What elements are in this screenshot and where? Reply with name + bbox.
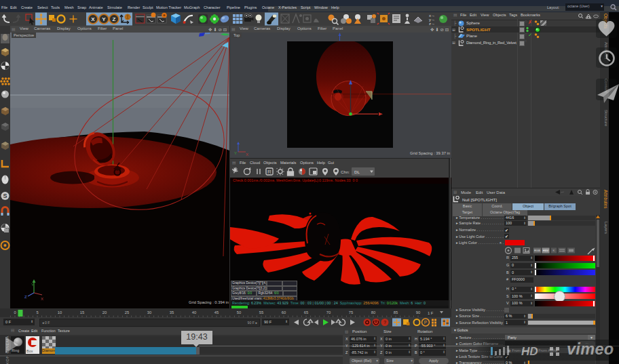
svg-text:5: 5 bbox=[36, 310, 38, 315]
svg-text:Chn:: Chn: bbox=[341, 169, 350, 174]
svg-text:R: R bbox=[267, 169, 271, 175]
svg-text:K: K bbox=[553, 249, 555, 252]
svg-text:75: 75 bbox=[349, 310, 353, 315]
svg-text:1 F: 1 F bbox=[428, 311, 434, 315]
svg-text:Grid Spacing : 39.37 in: Grid Spacing : 39.37 in bbox=[410, 151, 450, 155]
svg-text:HSV: HSV bbox=[543, 249, 549, 252]
svg-text:X: X bbox=[91, 16, 95, 22]
svg-text:DL: DL bbox=[354, 169, 360, 174]
svg-text:X: X bbox=[246, 153, 248, 157]
svg-text:X: X bbox=[41, 297, 43, 301]
svg-text:25: 25 bbox=[125, 310, 129, 315]
svg-text:35: 35 bbox=[170, 310, 174, 315]
svg-text:S: S bbox=[3, 193, 7, 199]
svg-text:Y: Y bbox=[234, 151, 237, 155]
svg-text:0: 0 bbox=[14, 310, 16, 315]
svg-text:55: 55 bbox=[259, 310, 263, 315]
svg-text:?: ? bbox=[383, 320, 386, 325]
svg-text:15: 15 bbox=[80, 310, 84, 315]
svg-text:Y: Y bbox=[31, 283, 34, 287]
svg-text:60: 60 bbox=[282, 310, 286, 315]
svg-text:30: 30 bbox=[147, 310, 151, 315]
svg-text:70: 70 bbox=[326, 310, 331, 315]
svg-text:90: 90 bbox=[416, 310, 420, 315]
svg-text:65: 65 bbox=[304, 310, 308, 315]
svg-text:85: 85 bbox=[394, 310, 398, 315]
svg-text:50: 50 bbox=[237, 310, 241, 315]
svg-text:40: 40 bbox=[192, 310, 196, 315]
svg-text:Z: Z bbox=[24, 295, 27, 299]
svg-text:20: 20 bbox=[102, 310, 107, 315]
svg-text:10: 10 bbox=[58, 310, 62, 315]
svg-text:Grid Spacing : 0.394 in: Grid Spacing : 0.394 in bbox=[189, 300, 229, 304]
svg-text:48: 48 bbox=[335, 169, 338, 173]
svg-text:RGB: RGB bbox=[534, 249, 540, 252]
svg-text:P: P bbox=[424, 320, 427, 325]
svg-text:Y: Y bbox=[102, 16, 106, 22]
svg-text:80: 80 bbox=[371, 310, 375, 315]
svg-text:45: 45 bbox=[214, 310, 219, 315]
svg-text:Z: Z bbox=[113, 16, 116, 22]
